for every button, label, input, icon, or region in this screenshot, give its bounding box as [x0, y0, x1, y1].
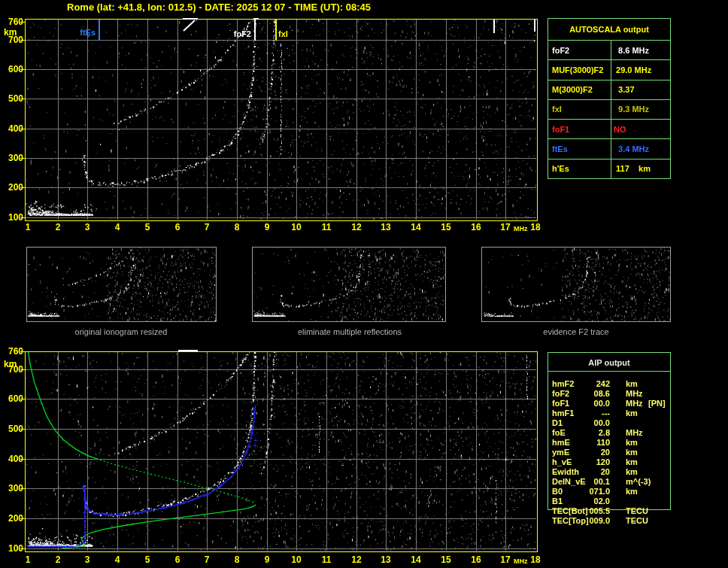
- autoscala-screen: Rome (lat: +41.8, lon: 012.5) - DATE: 20…: [0, 0, 728, 568]
- autoscala-row-fof1: foF1NO: [548, 120, 670, 139]
- x-axis-tick: 4: [108, 223, 126, 232]
- x-axis-tick: 1: [19, 555, 37, 564]
- y-axis-label: 300: [2, 484, 23, 493]
- x-axis-tick: 8: [228, 555, 246, 564]
- autoscala-row-label: h'Es: [548, 159, 611, 178]
- aip-row-unit: TECU: [626, 506, 648, 516]
- thumbnail-caption-1: original ionogram resized: [31, 327, 211, 336]
- aip-row-unit: m^(-3): [626, 477, 651, 487]
- x-axis-tick: 7: [198, 555, 216, 564]
- thumbnail-original-ionogram: [26, 247, 217, 322]
- aip-row-value: 00.0: [550, 399, 610, 409]
- aip-panel-header: AIP output: [548, 357, 670, 372]
- aip-row-unit: TECU: [626, 516, 648, 526]
- marker-label-ftEs: ftEs: [65, 29, 96, 37]
- aip-row-unit: MHz: [626, 389, 643, 399]
- aip-row-b1: B102.0: [548, 497, 670, 506]
- autoscala-output-panel: AUTOSCALA output foF2 8.6 MHzMUF(3000)F2…: [548, 18, 671, 179]
- y-axis-label: 600: [2, 65, 23, 74]
- aip-row-unit: km: [626, 448, 638, 457]
- autoscala-row-ftes: ftEs 3.4 MHz: [548, 139, 670, 159]
- aip-row-unit: km: [626, 379, 638, 389]
- y-axis-label: 100: [2, 213, 23, 222]
- autoscala-row-value: 8.6 MHz: [611, 41, 670, 59]
- aip-row-unit: km: [626, 457, 638, 467]
- aip-row-hme: hmE110km: [548, 438, 670, 448]
- aip-row-value: 120: [550, 457, 610, 467]
- y-axis-label: 500: [2, 94, 23, 103]
- aip-row-value: 2.8: [550, 428, 610, 438]
- autoscala-row-value: 29.0 MHz: [611, 60, 670, 79]
- aip-row-value: 08.6: [550, 389, 610, 399]
- x-axis-tick: 12: [347, 223, 366, 232]
- x-axis-tick: 10: [287, 555, 305, 564]
- aip-row-fof1: foF100.0MHz[PN]: [548, 399, 670, 409]
- x-axis-tick: 15: [437, 555, 455, 564]
- x-axis-tick: 7: [198, 223, 216, 232]
- aip-output-panel: AIP output hmF2242kmfoF208.6MHzfoF100.0M…: [548, 352, 671, 510]
- aip-row-value: 00.0: [550, 418, 610, 428]
- x-axis-tick: 6: [168, 555, 187, 564]
- aip-row-unit: km: [626, 438, 638, 448]
- x-axis-tick: 17: [496, 555, 514, 564]
- y-axis-label: 600: [2, 394, 23, 403]
- marker-label-foF2: foF2: [221, 30, 251, 38]
- y-axis-label: 760: [2, 17, 23, 26]
- x-axis-tick: 12: [347, 555, 366, 564]
- y-axis-unit-label: km: [4, 28, 17, 37]
- autoscala-row-muf3000f2: MUF(3000)F2 29.0 MHz: [548, 60, 670, 80]
- aip-row-flag: [PN]: [648, 399, 666, 409]
- x-axis-unit-label: MHz: [514, 226, 528, 232]
- x-axis-tick: 9: [258, 555, 276, 564]
- x-axis-tick: 8: [228, 223, 246, 232]
- aip-row-unit: MHz: [626, 428, 643, 438]
- thumbnail-evidence-f2-trace: [481, 247, 671, 322]
- aip-row-unit: km: [626, 409, 638, 418]
- aip-row-value: ---: [550, 409, 610, 418]
- autoscala-row-label: fxI: [548, 100, 611, 119]
- aip-row-value: 005.5: [550, 506, 610, 516]
- x-axis-tick: 16: [467, 555, 485, 564]
- x-axis-tick: 4: [108, 555, 126, 564]
- aip-row-tectop: TEC[Top]009.0TECU: [548, 516, 670, 526]
- autoscala-row-value: 9.3 MHz: [611, 100, 670, 119]
- y-axis-label: 200: [2, 514, 23, 523]
- marker-label-fxI: fxI: [278, 30, 288, 38]
- autoscala-row-fxi: fxI 9.3 MHz: [548, 100, 670, 120]
- aip-row-value: 071.0: [550, 487, 610, 497]
- aip-row-d1: D100.0: [548, 418, 670, 428]
- x-axis-tick: 3: [78, 555, 96, 564]
- x-axis-tick: 14: [407, 555, 425, 564]
- x-axis-tick: 10: [287, 223, 305, 232]
- autoscala-row-hes: h'Es 117 km: [548, 159, 670, 178]
- x-axis-tick: 2: [49, 555, 67, 564]
- y-axis-label: 100: [2, 544, 23, 553]
- x-axis-tick: 13: [377, 555, 395, 564]
- y-axis-label: 300: [2, 153, 23, 163]
- autoscala-row-label: M(3000)F2: [548, 80, 611, 99]
- aip-row-foe: foE2.8MHz: [548, 428, 670, 438]
- x-axis-tick: 15: [437, 223, 455, 232]
- autoscala-row-label: MUF(3000)F2: [548, 60, 611, 79]
- x-axis-tick: 9: [258, 223, 276, 232]
- aip-row-hmf1: hmF1---km: [548, 409, 670, 418]
- y-axis-label: 400: [2, 124, 23, 133]
- x-axis-tick: 1: [19, 223, 37, 232]
- aip-row-value: 110: [550, 438, 610, 448]
- aip-row-hve: h_vE120km: [548, 457, 670, 467]
- x-axis-tick: 18: [526, 223, 544, 232]
- autoscala-row-value: 3.37: [611, 80, 670, 99]
- aip-row-unit: MHz: [626, 399, 643, 409]
- aip-row-tecbot: TEC[Bot]005.5TECU: [548, 506, 670, 516]
- x-axis-tick: 5: [138, 223, 156, 232]
- aip-row-b0: B0071.0km: [548, 487, 670, 497]
- aip-row-unit: km: [626, 487, 638, 497]
- x-axis-tick: 5: [138, 555, 156, 564]
- aip-row-yme: ymE20km: [548, 448, 670, 457]
- x-axis-tick: 11: [317, 223, 335, 232]
- autoscala-row-label: ftEs: [548, 139, 611, 158]
- thumbnail-eliminate-reflections: [252, 247, 446, 322]
- x-axis-unit-label: MHz: [514, 558, 528, 565]
- aip-row-value: 02.0: [550, 497, 610, 506]
- x-axis-tick: 13: [377, 223, 395, 232]
